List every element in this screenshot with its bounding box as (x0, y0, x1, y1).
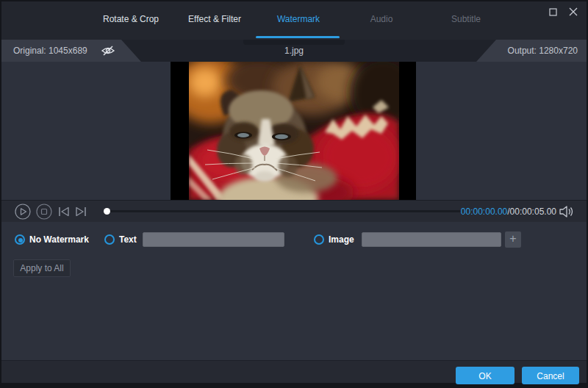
tab-subtitle[interactable]: Subtitle (451, 14, 481, 24)
no-watermark-label[interactable]: No Watermark (29, 234, 89, 245)
play-button[interactable] (14, 203, 32, 220)
volume-button[interactable] (558, 204, 574, 219)
title-bar: Rotate & Crop Effect & Filter Watermark … (1, 1, 587, 40)
app-window: Rotate & Crop Effect & Filter Watermark … (0, 0, 588, 388)
next-frame-icon (74, 206, 87, 218)
radio-dot (18, 238, 23, 242)
active-tab-underline (256, 36, 340, 38)
image-watermark-input[interactable] (362, 232, 501, 247)
stop-icon (36, 204, 52, 220)
radio-image-watermark[interactable] (314, 234, 324, 245)
preview-image (189, 62, 399, 200)
footer-bar: OK Cancel (1, 360, 587, 383)
text-watermark-label[interactable]: Text (119, 234, 137, 245)
play-icon (15, 204, 31, 220)
radio-no-watermark[interactable] (15, 234, 25, 245)
previous-frame-icon (57, 206, 71, 218)
close-icon (569, 7, 578, 16)
video-screen (171, 62, 416, 200)
watermark-section: No Watermark Text Image + Apply to All (1, 222, 587, 360)
tab-watermark[interactable]: Watermark (277, 14, 320, 24)
time-total: 00:00:05.00 (510, 206, 556, 217)
stop-button[interactable] (35, 203, 53, 220)
time-current: 00:00:00.00 (461, 206, 507, 217)
seek-slider[interactable] (104, 210, 461, 212)
next-frame-button[interactable] (72, 203, 90, 220)
previous-frame-button[interactable] (55, 203, 73, 220)
add-image-button[interactable]: + (505, 231, 521, 248)
close-button[interactable] (567, 5, 580, 18)
image-watermark-label[interactable]: Image (329, 234, 354, 245)
ok-button[interactable]: OK (456, 367, 514, 384)
maximize-icon (549, 8, 557, 16)
apply-to-all-button[interactable]: Apply to All (13, 259, 71, 277)
maximize-button[interactable] (546, 5, 559, 18)
tab-effect-filter[interactable]: Effect & Filter (188, 14, 241, 24)
volume-icon (558, 204, 574, 219)
cancel-button[interactable]: Cancel (522, 367, 579, 384)
text-watermark-input[interactable] (143, 232, 284, 247)
radio-text-watermark[interactable] (104, 234, 115, 245)
output-size-label: Output: 1280x720 (508, 40, 578, 62)
tab-audio[interactable]: Audio (370, 14, 393, 24)
time-display: 00:00:00.00/00:00:05.00 (442, 201, 556, 223)
preview-stage (1, 62, 587, 200)
playback-bar: 00:00:00.00/00:00:05.00 (1, 200, 587, 222)
seek-slider-thumb[interactable] (104, 208, 110, 215)
info-bar: Original: 1045x689 1.jpg Output: 1280x72… (1, 40, 587, 62)
dialog-body: Rotate & Crop Effect & Filter Watermark … (1, 1, 587, 383)
tab-rotate-crop[interactable]: Rotate & Crop (103, 14, 159, 24)
